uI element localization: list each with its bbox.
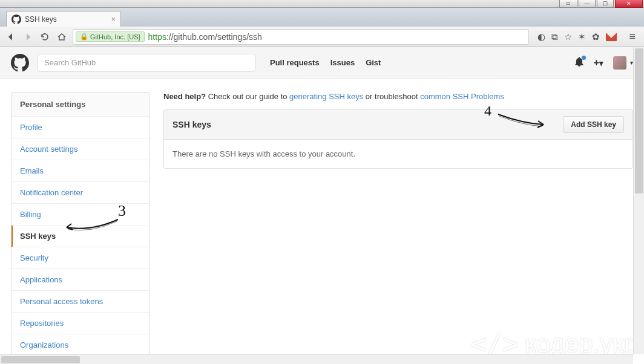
sidebar-item-repositories[interactable]: Repositories — [12, 313, 150, 334]
help-link-problems[interactable]: common SSH Problems — [420, 92, 504, 101]
add-ssh-key-button[interactable]: Add SSH key — [563, 116, 624, 133]
extension-icon[interactable]: ✶ — [578, 31, 586, 42]
address-bar[interactable]: 🔒GitHub, Inc. [US] https://github.com/se… — [73, 29, 529, 45]
user-avatar[interactable] — [613, 56, 626, 70]
forward-button[interactable] — [22, 31, 34, 43]
back-button[interactable] — [5, 31, 17, 43]
main-content: Need help? Check out our guide to genera… — [163, 92, 633, 356]
sidebar-header: Personal settings — [12, 93, 150, 117]
bookmark-star-icon[interactable]: ☆ — [564, 31, 572, 42]
sidebar-item-notifications[interactable]: Notification center — [12, 182, 150, 204]
url-protocol: https — [148, 32, 166, 42]
help-text-1: Check out our guide to — [206, 92, 289, 101]
notifications-bell-icon[interactable] — [574, 57, 584, 69]
nav-issues[interactable]: Issues — [330, 58, 355, 67]
sidebar-item-security[interactable]: Security — [12, 247, 150, 269]
extension-icon[interactable]: ◐ — [537, 31, 545, 42]
help-link-generate[interactable]: generating SSH keys — [289, 92, 363, 101]
browser-toolbar: 🔒GitHub, Inc. [US] https://github.com/se… — [0, 27, 644, 47]
nav-pull-requests[interactable]: Pull requests — [270, 58, 320, 67]
sidebar-item-ssh-keys[interactable]: SSH keys — [12, 226, 150, 247]
vertical-scrollbar[interactable] — [633, 47, 644, 354]
settings-gear-icon[interactable]: ✿ — [592, 31, 600, 42]
browser-tabstrip: SSH keys × — [0, 8, 644, 27]
github-search-input[interactable]: Search GitHub — [38, 54, 255, 72]
tab-title: SSH keys — [25, 15, 57, 24]
window-maximize-button[interactable]: ☐ — [597, 0, 614, 8]
github-header: Search GitHub Pull requests Issues Gist … — [0, 47, 644, 79]
titlebar-extra-button[interactable]: ▭ — [559, 0, 577, 8]
sidebar-item-billing[interactable]: Billing — [12, 204, 150, 226]
os-titlebar: ▭ — ☐ ✕ — [0, 0, 644, 8]
github-logo-icon[interactable] — [11, 54, 29, 72]
horizontal-scrollbar[interactable] — [0, 354, 633, 364]
sidebar-item-applications[interactable]: Applications — [12, 269, 150, 291]
gmail-icon[interactable] — [606, 33, 617, 41]
help-text: Need help? Check out our guide to genera… — [163, 92, 633, 101]
panel-empty-state: There are no SSH keys with access to you… — [164, 140, 632, 168]
github-favicon — [12, 15, 21, 24]
help-bold: Need help? — [163, 92, 206, 101]
settings-page: Personal settings Profile Account settin… — [0, 79, 644, 364]
panel-title: SSH keys — [172, 120, 211, 129]
sidebar-item-account[interactable]: Account settings — [12, 138, 150, 160]
lock-icon: 🔒 — [80, 33, 88, 41]
chrome-menu-button[interactable]: ≡ — [625, 30, 639, 43]
search-placeholder: Search GitHub — [44, 58, 96, 67]
extension-icons: ◐ ⧉ ☆ ✶ ✿ — [534, 31, 620, 42]
sidebar-item-tokens[interactable]: Personal access tokens — [12, 291, 150, 313]
panel-header: SSH keys Add SSH key — [164, 110, 632, 140]
ssl-badge[interactable]: 🔒GitHub, Inc. [US] — [76, 31, 145, 42]
create-new-dropdown[interactable]: +▾ — [594, 57, 603, 68]
tab-close-icon[interactable]: × — [111, 15, 116, 24]
url-path: ://github.com/settings/ssh — [166, 32, 262, 42]
extension-icon[interactable]: ⧉ — [551, 31, 558, 42]
browser-tab-active[interactable]: SSH keys × — [6, 11, 121, 27]
nav-gist[interactable]: Gist — [366, 58, 381, 67]
settings-sidebar: Personal settings Profile Account settin… — [11, 92, 150, 356]
sidebar-item-organizations[interactable]: Organizations — [12, 334, 150, 356]
window-close-button[interactable]: ✕ — [615, 0, 643, 8]
window-minimize-button[interactable]: — — [579, 0, 596, 8]
ssl-org-label: GitHub, Inc. [US] — [90, 33, 140, 41]
ssh-keys-panel: SSH keys Add SSH key There are no SSH ke… — [163, 109, 633, 169]
github-primary-nav: Pull requests Issues Gist — [270, 58, 381, 67]
home-button[interactable] — [56, 31, 68, 43]
help-text-2: or troubleshoot — [363, 92, 420, 101]
reload-button[interactable] — [39, 31, 51, 43]
sidebar-item-emails[interactable]: Emails — [12, 160, 150, 182]
sidebar-item-profile[interactable]: Profile — [12, 117, 150, 138]
